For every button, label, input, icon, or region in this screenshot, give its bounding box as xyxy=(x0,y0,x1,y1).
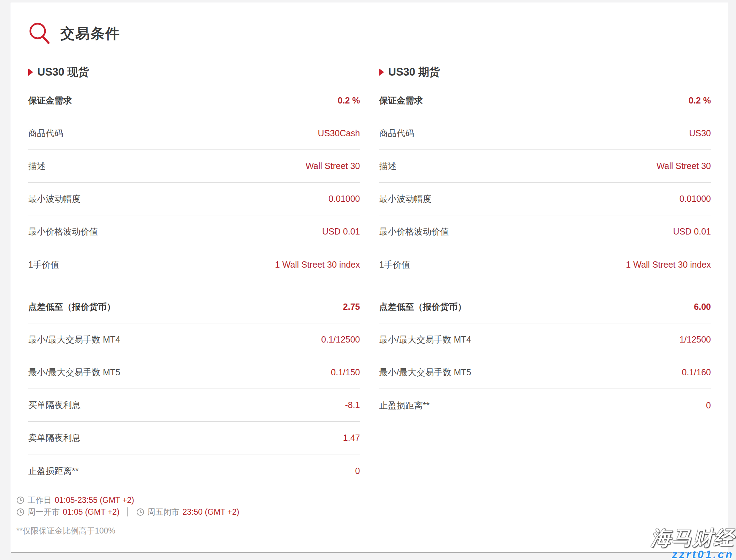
clock-icon xyxy=(136,508,144,516)
arrow-right-icon xyxy=(379,69,384,76)
row-label: 点差低至（报价货币） xyxy=(28,301,115,313)
search-icon xyxy=(28,21,51,46)
hours-label: 周一开市 xyxy=(28,507,60,517)
clock-icon xyxy=(16,496,24,504)
trading-hours-line-2: 周一开市 01:05 (GMT +2) 周五闭市 23:50 (GMT +2) xyxy=(16,506,728,518)
tables-grid: US30 现货 保证金需求0.2 %商品代码US30Cash描述Wall Str… xyxy=(28,64,711,487)
row-value: 1 Wall Street 30 index xyxy=(275,260,360,270)
table-row: 点差低至（报价货币）2.75 xyxy=(28,291,360,323)
row-label: 卖单隔夜利息 xyxy=(28,432,81,444)
table-row: 1手价值1 Wall Street 30 index xyxy=(28,248,360,281)
row-value: 0.1/160 xyxy=(682,367,711,377)
row-label: 最小/最大交易手数 MT4 xyxy=(379,334,471,345)
row-value: US30 xyxy=(689,128,711,138)
row-value: 0 xyxy=(355,466,360,476)
table-row: 商品代码US30Cash xyxy=(28,117,360,150)
row-label: 最小价格波动价值 xyxy=(28,226,98,237)
row-label: 商品代码 xyxy=(28,128,63,139)
table-row: 最小波动幅度0.01000 xyxy=(379,183,711,215)
table-rows-us30-futures: 保证金需求0.2 %商品代码US30描述Wall Street 30最小波动幅度… xyxy=(379,84,711,422)
hours-value: 23:50 (GMT +2) xyxy=(183,507,240,517)
row-label: 描述 xyxy=(379,160,397,172)
row-label: 最小波动幅度 xyxy=(379,193,432,205)
row-value: 0 xyxy=(706,400,711,411)
row-value: US30Cash xyxy=(318,128,360,138)
table-row: 最小/最大交易手数 MT50.1/150 xyxy=(28,356,360,389)
row-label: 商品代码 xyxy=(379,128,414,139)
row-label: 最小/最大交易手数 MT4 xyxy=(28,334,120,345)
table-us30-spot: US30 现货 保证金需求0.2 %商品代码US30Cash描述Wall Str… xyxy=(28,64,360,487)
table-us30-futures: US30 期货 保证金需求0.2 %商品代码US30描述Wall Street … xyxy=(379,64,711,422)
margin-note: **仅限保证金比例高于100% xyxy=(16,526,728,536)
table-row: 1手价值1 Wall Street 30 index xyxy=(379,248,711,281)
row-value: 0.2 % xyxy=(689,95,711,106)
row-label: 最小/最大交易手数 MT5 xyxy=(28,367,120,378)
row-label: 1手价值 xyxy=(28,259,59,270)
row-label: 保证金需求 xyxy=(379,95,423,106)
row-label: 1手价值 xyxy=(379,259,410,270)
table-rows-us30-spot: 保证金需求0.2 %商品代码US30Cash描述Wall Street 30最小… xyxy=(28,84,360,487)
row-value: 0.01000 xyxy=(680,194,711,204)
table-row: 止盈损距离**0 xyxy=(379,389,711,422)
row-value: 0.01000 xyxy=(328,194,360,204)
table-row: 止盈损距离**0 xyxy=(28,454,360,487)
page-header: 交易条件 xyxy=(28,21,728,46)
row-value: 0.1/12500 xyxy=(321,335,360,345)
table-row: 描述Wall Street 30 xyxy=(28,150,360,183)
row-label: 买单隔夜利息 xyxy=(28,399,81,411)
table-row: 商品代码US30 xyxy=(379,117,711,150)
table-row: 保证金需求0.2 % xyxy=(28,84,360,117)
row-label: 保证金需求 xyxy=(28,95,72,106)
row-value: 2.75 xyxy=(343,302,360,312)
row-value: 0.2 % xyxy=(338,95,360,106)
row-value: 1/12500 xyxy=(680,335,711,345)
arrow-right-icon xyxy=(28,69,33,76)
page-background: { "page": { "title": "交易条件" }, "colors":… xyxy=(0,0,736,560)
table-row: 最小价格波动价值USD 0.01 xyxy=(379,215,711,248)
table-row: 最小价格波动价值USD 0.01 xyxy=(28,215,360,248)
hours-label: 工作日 xyxy=(28,495,52,506)
table-row: 描述Wall Street 30 xyxy=(379,150,711,183)
hours-value: 01:05-23:55 (GMT +2) xyxy=(55,496,134,505)
row-label: 最小/最大交易手数 MT5 xyxy=(379,367,471,378)
row-value: 1 Wall Street 30 index xyxy=(626,260,711,270)
hours-value: 01:05 (GMT +2) xyxy=(63,507,120,517)
table-row: 最小/最大交易手数 MT41/12500 xyxy=(379,323,711,356)
row-value: USD 0.01 xyxy=(673,227,711,237)
content-panel: 交易条件 US30 现货 保证金需求0.2 %商品代码US30Cash描述Wal… xyxy=(11,3,728,553)
clock-icon xyxy=(16,508,24,516)
row-label: 止盈损距离** xyxy=(379,400,430,411)
row-value: Wall Street 30 xyxy=(657,161,711,171)
section-title-label: US30 现货 xyxy=(37,65,89,79)
table-row: 买单隔夜利息-8.1 xyxy=(28,389,360,422)
trading-hours-footer: 工作日 01:05-23:55 (GMT +2) 周一开市 01:05 (GMT… xyxy=(16,494,728,536)
row-value: 0.1/150 xyxy=(331,367,360,377)
table-row: 最小/最大交易手数 MT50.1/160 xyxy=(379,356,711,389)
table-row: 最小波动幅度0.01000 xyxy=(28,183,360,215)
trading-hours-line-1: 工作日 01:05-23:55 (GMT +2) xyxy=(16,494,728,506)
row-value: 6.00 xyxy=(694,302,711,312)
row-label: 止盈损距离** xyxy=(28,465,78,477)
hours-label: 周五闭市 xyxy=(147,507,180,517)
section-header-us30-spot[interactable]: US30 现货 xyxy=(28,64,360,80)
row-value: Wall Street 30 xyxy=(305,161,360,171)
row-label: 最小波动幅度 xyxy=(28,193,81,205)
table-row: 保证金需求0.2 % xyxy=(379,84,711,117)
row-label: 描述 xyxy=(28,160,46,172)
table-row: 点差低至（报价货币）6.00 xyxy=(379,291,711,323)
page-title: 交易条件 xyxy=(60,24,120,43)
table-row: 最小/最大交易手数 MT40.1/12500 xyxy=(28,323,360,356)
row-label: 点差低至（报价货币） xyxy=(379,301,466,313)
row-value: USD 0.01 xyxy=(322,227,360,237)
table-row: 卖单隔夜利息1.47 xyxy=(28,422,360,454)
section-title-label: US30 期货 xyxy=(388,65,440,79)
row-value: 1.47 xyxy=(343,433,360,443)
vertical-divider xyxy=(127,507,128,516)
section-header-us30-futures[interactable]: US30 期货 xyxy=(379,64,711,80)
row-label: 最小价格波动价值 xyxy=(379,226,449,237)
row-value: -8.1 xyxy=(345,400,360,410)
